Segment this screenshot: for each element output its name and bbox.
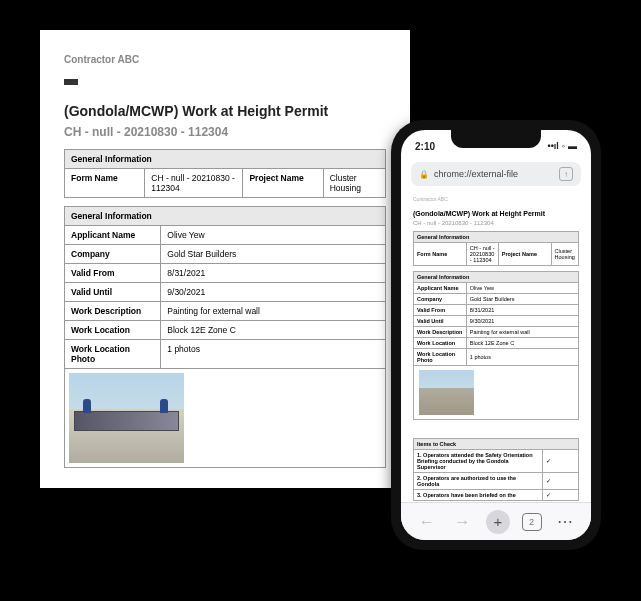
- applicant-label: Applicant Name: [65, 226, 161, 245]
- applicant-value: Olive Yew: [161, 226, 386, 245]
- workdesc-label: Work Description: [65, 302, 161, 321]
- details-table: General Information Applicant NameOlive …: [64, 206, 386, 468]
- company-label: Company: [65, 245, 161, 264]
- logo-icon: [64, 79, 78, 85]
- p-photo: [419, 370, 474, 415]
- document-subtitle: CH - null - 20210830 - 112304: [64, 125, 386, 139]
- form-name-value: CH - null - 20210830 - 112304: [145, 169, 243, 198]
- url-bar[interactable]: 🔒 chrome://external-file ↑: [411, 162, 581, 186]
- document-title: (Gondola/MCWP) Work at Height Permit: [64, 103, 386, 119]
- validfrom-label: Valid From: [65, 264, 161, 283]
- validuntil-label: Valid Until: [65, 283, 161, 302]
- section-header-1: General Information: [65, 150, 386, 169]
- gondola-photo: [69, 373, 184, 463]
- company-value: Gold Star Builders: [161, 245, 386, 264]
- p-title: (Gondola/MCWP) Work at Height Permit: [413, 210, 579, 217]
- tabs-button[interactable]: 2: [522, 513, 542, 531]
- url-text: chrome://external-file: [434, 169, 518, 179]
- status-time: 2:10: [415, 141, 435, 152]
- wifi-icon: ◦: [562, 141, 565, 151]
- signal-icon: ••ıl: [547, 141, 558, 151]
- phone-mockup: 2:10 ••ıl ◦ ▬ 🔒 chrome://external-file ↑…: [391, 120, 601, 550]
- p-subtitle: CH - null - 20210830 - 112304: [413, 220, 579, 226]
- phone-screen: 2:10 ••ıl ◦ ▬ 🔒 chrome://external-file ↑…: [401, 130, 591, 540]
- project-name-value: Cluster Housing: [323, 169, 385, 198]
- workphoto-label: Work Location Photo: [65, 340, 161, 369]
- new-tab-button[interactable]: +: [486, 510, 510, 534]
- phone-notch: [451, 130, 541, 148]
- battery-icon: ▬: [568, 141, 577, 151]
- form-info-table: General Information Form Name CH - null …: [64, 149, 386, 198]
- forward-button[interactable]: →: [450, 513, 474, 531]
- document-page: Contractor ABC (Gondola/MCWP) Work at He…: [40, 30, 410, 488]
- back-button[interactable]: ←: [415, 513, 439, 531]
- workphoto-value: 1 photos: [161, 340, 386, 369]
- project-name-label: Project Name: [243, 169, 323, 198]
- p-form-table: General Information Form Name CH - null …: [413, 231, 579, 266]
- form-name-label: Form Name: [65, 169, 145, 198]
- workdesc-value: Painting for external wall: [161, 302, 386, 321]
- validfrom-value: 8/31/2021: [161, 264, 386, 283]
- phone-page-content[interactable]: Contractor ABC (Gondola/MCWP) Work at He…: [401, 192, 591, 502]
- p-check-table: Items to Check 1. Operators attended the…: [413, 438, 579, 501]
- contractor-label: Contractor ABC: [64, 54, 386, 65]
- share-icon[interactable]: ↑: [559, 167, 573, 181]
- section-header-2: General Information: [65, 207, 386, 226]
- workloc-label: Work Location: [65, 321, 161, 340]
- p-contractor: Contractor ABC: [413, 196, 579, 202]
- validuntil-value: 9/30/2021: [161, 283, 386, 302]
- menu-button[interactable]: ⋯: [553, 512, 577, 531]
- photo-cell: [65, 369, 386, 468]
- lock-icon: 🔒: [419, 170, 429, 179]
- browser-nav-bar: ← → + 2 ⋯: [401, 502, 591, 540]
- p-details-table: General Information Applicant NameOlive …: [413, 271, 579, 420]
- workloc-value: Block 12E Zone C: [161, 321, 386, 340]
